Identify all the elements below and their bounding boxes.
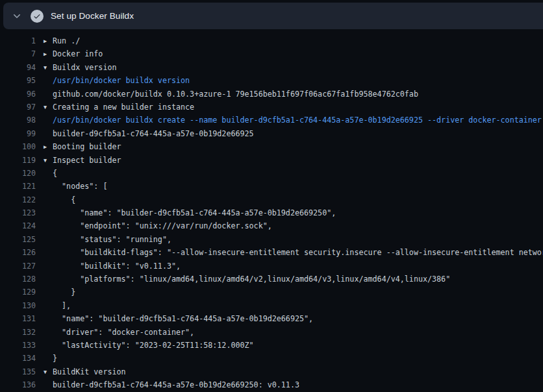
- step-title: Set up Docker Buildx: [51, 11, 134, 21]
- line-number[interactable]: 124: [0, 219, 36, 232]
- line-number[interactable]: 95: [0, 74, 36, 87]
- log-line: 96 github.com/docker/buildx 0.10.3+azure…: [0, 88, 543, 101]
- log-line: 95 /usr/bin/docker buildx version: [0, 74, 543, 87]
- group-toggle-icon: [36, 246, 53, 259]
- log-line: 100 ▶ Booting builder: [0, 140, 543, 153]
- log-line: 123 "name": "builder-d9cfb5a1-c764-445a-…: [0, 206, 543, 219]
- line-number[interactable]: 121: [0, 180, 36, 193]
- line-number[interactable]: 122: [0, 193, 36, 206]
- line-number[interactable]: 128: [0, 273, 36, 286]
- line-number[interactable]: 96: [0, 88, 36, 101]
- group-toggle-icon: [36, 273, 53, 286]
- group-toggle-icon: [36, 286, 53, 299]
- log-text: "platforms": "linux/amd64,linux/amd64/v2…: [53, 273, 450, 286]
- log-text: "driver": "docker-container",: [53, 326, 194, 339]
- log-line: 133 "lastActivity": "2023-02-25T11:58:12…: [0, 339, 543, 352]
- log-line: 125 "status": "running",: [0, 233, 543, 246]
- log-text: }: [53, 286, 75, 299]
- line-number[interactable]: 125: [0, 233, 36, 246]
- log-text: "buildkit": "v0.11.3",: [53, 260, 181, 273]
- log-line: 99 builder-d9cfb5a1-c764-445a-a57e-0b19d…: [0, 127, 543, 140]
- line-number[interactable]: 133: [0, 339, 36, 352]
- log-line: 134 }: [0, 352, 543, 365]
- line-number[interactable]: 129: [0, 286, 36, 299]
- group-toggle-icon[interactable]: ▼: [36, 101, 53, 114]
- line-number[interactable]: 99: [0, 127, 36, 140]
- check-circle-icon: [31, 10, 44, 23]
- log-line: 129 }: [0, 286, 543, 299]
- group-toggle-icon[interactable]: ▶: [36, 34, 53, 47]
- log-text: builder-d9cfb5a1-c764-445a-a57e-0b19d2e6…: [53, 378, 299, 391]
- line-number[interactable]: 123: [0, 206, 36, 219]
- group-toggle-icon[interactable]: ▶: [36, 47, 53, 60]
- group-toggle-icon: [36, 193, 53, 206]
- log-text: }: [53, 352, 57, 365]
- line-number[interactable]: 120: [0, 167, 36, 180]
- line-number[interactable]: 119: [0, 154, 36, 167]
- log-line: 120 {: [0, 167, 543, 180]
- group-toggle-icon: [36, 180, 53, 193]
- group-toggle-icon[interactable]: ▶: [36, 140, 53, 153]
- log-text: Booting builder: [53, 140, 121, 153]
- log-line: 136 builder-d9cfb5a1-c764-445a-a57e-0b19…: [0, 378, 543, 391]
- log-text: ],: [53, 299, 71, 312]
- log-text: BuildKit version: [53, 365, 126, 378]
- line-number[interactable]: 97: [0, 101, 36, 114]
- log-text: Run ./: [53, 34, 80, 47]
- group-toggle-icon: [36, 233, 53, 246]
- log-text: Buildx version: [53, 61, 117, 74]
- chevron-down-icon[interactable]: [12, 11, 22, 21]
- group-toggle-icon: [36, 88, 53, 101]
- line-number[interactable]: 131: [0, 312, 36, 325]
- log-line: 98 /usr/bin/docker buildx create --name …: [0, 114, 543, 127]
- line-number[interactable]: 1: [0, 34, 36, 47]
- log-text: "name": "builder-d9cfb5a1-c764-445a-a57e…: [53, 312, 313, 325]
- line-number[interactable]: 134: [0, 352, 36, 365]
- log-line: 130 ],: [0, 299, 543, 312]
- log-text: "name": "builder-d9cfb5a1-c764-445a-a57e…: [53, 206, 336, 219]
- log-text: "nodes": [: [53, 180, 107, 193]
- log-line: 97 ▼ Creating a new builder instance: [0, 101, 543, 114]
- group-toggle-icon: [36, 127, 53, 140]
- group-toggle-icon: [36, 167, 53, 180]
- line-number[interactable]: 126: [0, 246, 36, 259]
- line-number[interactable]: 127: [0, 260, 36, 273]
- log-line: 121 "nodes": [: [0, 180, 543, 193]
- log-text: Docker info: [53, 47, 103, 60]
- log-line: 124 "endpoint": "unix:///var/run/docker.…: [0, 219, 543, 232]
- log-text: Inspect builder: [53, 154, 121, 167]
- group-toggle-icon: [36, 339, 53, 352]
- log-text: "buildkitd-flags": "--allow-insecure-ent…: [53, 246, 543, 259]
- group-toggle-icon: [36, 260, 53, 273]
- log-text: "endpoint": "unix:///var/run/docker.sock…: [53, 219, 272, 232]
- step-header[interactable]: Set up Docker Buildx: [3, 3, 543, 29]
- group-toggle-icon[interactable]: ▼: [36, 154, 53, 167]
- log-text: /usr/bin/docker buildx version: [53, 74, 190, 87]
- log-text: /usr/bin/docker buildx create --name bui…: [53, 114, 542, 127]
- log-text: "status": "running",: [53, 233, 171, 246]
- group-toggle-icon: [36, 74, 53, 87]
- group-toggle-icon[interactable]: ▼: [36, 61, 53, 74]
- group-toggle-icon: [36, 378, 53, 391]
- line-number[interactable]: 7: [0, 47, 36, 60]
- line-number[interactable]: 130: [0, 299, 36, 312]
- log-lines: 1 ▶ Run ./ 7 ▶ Docker info 94 ▼ Buildx v…: [0, 29, 543, 392]
- group-toggle-icon[interactable]: ▼: [36, 365, 53, 378]
- line-number[interactable]: 136: [0, 378, 36, 391]
- log-text: Creating a new builder instance: [53, 101, 194, 114]
- log-line: 135 ▼ BuildKit version: [0, 365, 543, 378]
- line-number[interactable]: 132: [0, 326, 36, 339]
- line-number[interactable]: 135: [0, 365, 36, 378]
- line-number[interactable]: 94: [0, 61, 36, 74]
- group-toggle-icon: [36, 299, 53, 312]
- group-toggle-icon: [36, 206, 53, 219]
- log-text: {: [53, 193, 75, 206]
- log-text: "lastActivity": "2023-02-25T11:58:12.000…: [53, 339, 254, 352]
- log-line: 119 ▼ Inspect builder: [0, 154, 543, 167]
- line-number[interactable]: 98: [0, 114, 36, 127]
- line-number[interactable]: 100: [0, 140, 36, 153]
- group-toggle-icon: [36, 352, 53, 365]
- log-line: 7 ▶ Docker info: [0, 47, 543, 60]
- log-line: 132 "driver": "docker-container",: [0, 326, 543, 339]
- log-text: builder-d9cfb5a1-c764-445a-a57e-0b19d2e6…: [53, 127, 254, 140]
